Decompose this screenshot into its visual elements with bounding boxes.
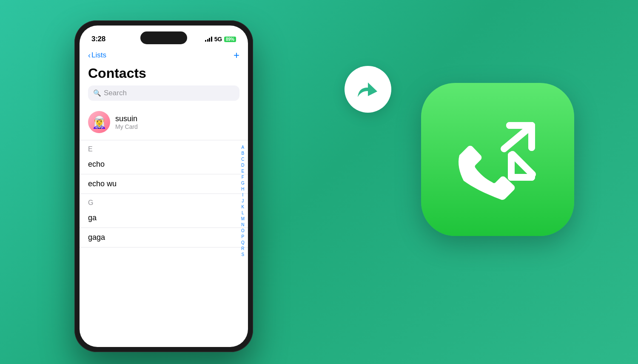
contact-gaga[interactable]: gaga bbox=[80, 228, 248, 247]
signal-bars-icon bbox=[205, 37, 212, 42]
alpha-i[interactable]: I bbox=[242, 192, 243, 198]
alpha-q[interactable]: Q bbox=[241, 240, 245, 245]
alpha-r[interactable]: R bbox=[241, 246, 244, 251]
alpha-m[interactable]: M bbox=[241, 216, 245, 222]
reply-bubble bbox=[345, 66, 391, 113]
avatar-emoji: 🧝‍♀️ bbox=[92, 115, 107, 129]
app-icon bbox=[421, 83, 574, 236]
my-card-row[interactable]: 🧝‍♀️ susuin My Card bbox=[80, 108, 248, 140]
search-icon: 🔍 bbox=[93, 89, 101, 97]
contact-ga[interactable]: ga bbox=[80, 208, 248, 228]
scene: 3:28 5G 89% ‹ bbox=[0, 0, 638, 364]
dynamic-island bbox=[140, 31, 187, 44]
search-placeholder: Search bbox=[104, 89, 127, 97]
my-card-name: susuin bbox=[115, 114, 138, 123]
app-icon-svg bbox=[438, 104, 557, 215]
signal-bar-3 bbox=[209, 38, 210, 42]
add-contact-button[interactable]: + bbox=[234, 50, 239, 60]
battery-indicator: 89% bbox=[224, 37, 236, 42]
signal-bar-4 bbox=[211, 37, 212, 42]
alpha-s[interactable]: S bbox=[241, 252, 244, 257]
nav-back-label: Lists bbox=[91, 51, 106, 60]
alpha-e[interactable]: E bbox=[241, 168, 244, 174]
svg-line-2 bbox=[504, 128, 530, 149]
alpha-o[interactable]: O bbox=[241, 228, 245, 233]
alpha-j[interactable]: J bbox=[242, 198, 244, 204]
svg-line-5 bbox=[513, 154, 533, 174]
page-title: Contacts bbox=[80, 64, 248, 85]
section-header-e: E bbox=[80, 140, 248, 155]
phone-frame: 3:28 5G 89% ‹ bbox=[74, 20, 253, 352]
contact-echo[interactable]: echo bbox=[80, 155, 248, 174]
status-time: 3:28 bbox=[91, 35, 105, 43]
alpha-k[interactable]: K bbox=[241, 204, 244, 210]
alpha-n[interactable]: N bbox=[241, 222, 244, 228]
status-icons: 5G 89% bbox=[205, 36, 236, 43]
alpha-a[interactable]: A bbox=[241, 145, 244, 150]
phone-screen: 3:28 5G 89% ‹ bbox=[80, 26, 248, 347]
alpha-d[interactable]: D bbox=[241, 162, 244, 168]
my-card-subtitle: My Card bbox=[115, 123, 138, 130]
reply-arrow-icon bbox=[355, 77, 381, 102]
alpha-h[interactable]: H bbox=[241, 186, 244, 192]
avatar: 🧝‍♀️ bbox=[88, 111, 110, 133]
alpha-f[interactable]: F bbox=[242, 174, 244, 180]
section-header-g: G bbox=[80, 194, 248, 208]
alpha-l[interactable]: L bbox=[242, 210, 244, 216]
back-button[interactable]: ‹ Lists bbox=[88, 51, 106, 60]
alpha-g[interactable]: G bbox=[241, 180, 245, 186]
signal-type: 5G bbox=[214, 36, 222, 43]
contact-echowu[interactable]: echo wu bbox=[80, 174, 248, 194]
alpha-c[interactable]: C bbox=[241, 156, 244, 162]
signal-bar-1 bbox=[205, 40, 206, 42]
alpha-b[interactable]: B bbox=[241, 151, 244, 156]
phone-mockup: 3:28 5G 89% ‹ bbox=[74, 20, 253, 352]
signal-bar-2 bbox=[207, 39, 208, 42]
nav-bar: ‹ Lists + bbox=[80, 48, 248, 64]
my-card-info: susuin My Card bbox=[115, 114, 138, 130]
search-bar[interactable]: 🔍 Search bbox=[88, 85, 239, 101]
chevron-left-icon: ‹ bbox=[88, 51, 91, 60]
alpha-p[interactable]: P bbox=[241, 234, 244, 239]
alphabet-index[interactable]: A B C D E F G H I J K L M N O P Q bbox=[241, 145, 245, 257]
